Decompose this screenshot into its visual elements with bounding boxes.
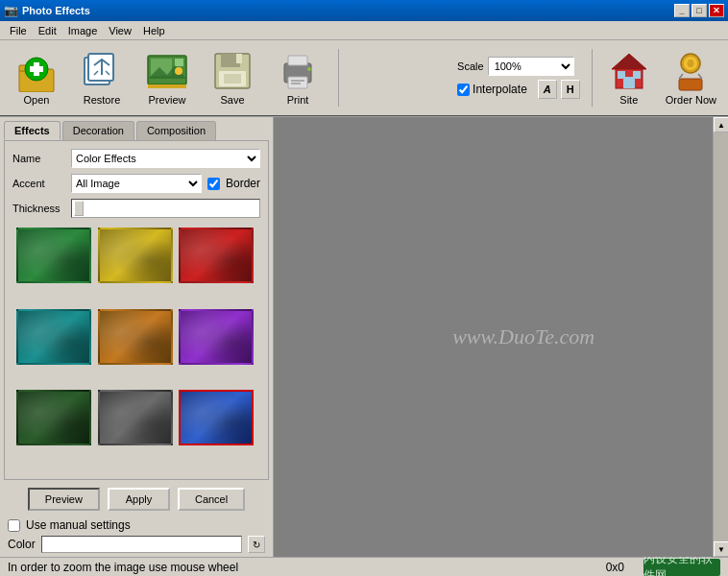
open-button[interactable]: Open	[8, 46, 65, 109]
menu-file[interactable]: File	[4, 23, 33, 38]
menu-bar: File Edit Image View Help	[0, 21, 728, 40]
svg-rect-4	[30, 66, 43, 72]
svg-line-33	[698, 74, 702, 79]
ab-buttons: A H	[538, 80, 580, 99]
scale-select[interactable]: 100% 50% 200% Fit	[488, 57, 574, 76]
svg-rect-17	[224, 74, 241, 84]
interpolate-label: Interpolate	[473, 83, 527, 96]
menu-view[interactable]: View	[103, 23, 137, 38]
status-bar: In order to zoom the image use mouse whe…	[0, 557, 728, 576]
accent-select[interactable]: All Image	[71, 174, 202, 193]
left-panel: Effects Decoration Composition Name Colo…	[0, 117, 274, 557]
menu-help[interactable]: Help	[137, 23, 171, 38]
svg-rect-27	[618, 71, 625, 79]
name-select[interactable]: Color Effects	[71, 149, 260, 168]
save-label: Save	[220, 94, 244, 106]
name-label: Name	[12, 153, 65, 164]
scale-row: Scale 100% 50% 200% Fit	[457, 57, 580, 76]
watermark-badge: 内设安全的软件网	[643, 559, 720, 576]
a-button[interactable]: A	[538, 80, 557, 99]
status-coords: 0x0	[606, 561, 624, 574]
save-button[interactable]: Save	[204, 46, 261, 109]
interpolate-checkbox[interactable]	[457, 84, 470, 96]
thumb-orange[interactable]	[98, 309, 173, 365]
thumbnails-grid	[12, 224, 260, 471]
maximize-button[interactable]: □	[692, 4, 707, 17]
restore-icon	[81, 50, 123, 92]
watermark: www.DuoTe.com	[452, 324, 595, 349]
status-right: 0x0 内设安全的软件网	[606, 559, 720, 576]
border-label: Border	[226, 177, 260, 190]
border-checkbox[interactable]	[207, 178, 220, 190]
manual-checkbox[interactable]	[8, 519, 20, 532]
print-label: Print	[287, 94, 309, 106]
thumb-yellow[interactable]	[98, 228, 173, 283]
site-button[interactable]: Site	[604, 46, 654, 109]
svg-rect-15	[236, 54, 242, 63]
restore-button[interactable]: Restore	[73, 46, 131, 109]
print-icon	[277, 50, 319, 92]
site-label: Site	[619, 94, 638, 106]
svg-rect-10	[175, 59, 183, 66]
accent-label: Accent	[12, 178, 65, 189]
panel-buttons: Preview Apply Cancel	[0, 480, 273, 518]
thumb-green[interactable]	[16, 228, 91, 283]
scrollbar-right: ▲ ▼	[713, 117, 728, 557]
svg-rect-28	[633, 71, 641, 79]
manual-label: Use manual settings	[26, 518, 131, 532]
svg-marker-25	[612, 54, 646, 69]
name-row: Name Color Effects	[12, 149, 260, 168]
order-button[interactable]: Order Now	[662, 46, 720, 109]
tab-effects[interactable]: Effects	[4, 121, 61, 140]
save-icon	[211, 50, 254, 92]
color-label: Color	[8, 538, 36, 551]
h-button[interactable]: H	[561, 80, 580, 99]
menu-image[interactable]: Image	[62, 23, 104, 38]
window-title: Photo Effects	[22, 5, 674, 16]
thumb-darkgreen[interactable]	[16, 390, 91, 445]
order-label: Order Now	[666, 94, 716, 106]
tabs: Effects Decoration Composition	[0, 117, 273, 140]
toolbar: Open Restore Preview	[0, 40, 728, 117]
thickness-slider[interactable]	[71, 199, 260, 218]
svg-point-23	[307, 67, 311, 71]
color-box[interactable]	[41, 536, 242, 553]
close-button[interactable]: ✕	[709, 4, 724, 17]
accent-row: Accent All Image Border	[12, 174, 260, 193]
slider-thumb[interactable]	[74, 201, 84, 216]
tab-composition[interactable]: Composition	[136, 121, 216, 140]
svg-rect-31	[679, 79, 702, 90]
status-message: In order to zoom the image use mouse whe…	[8, 561, 238, 574]
refresh-button[interactable]: ↻	[248, 536, 265, 553]
menu-edit[interactable]: Edit	[33, 23, 62, 38]
preview-toolbar-button[interactable]: Preview	[138, 46, 196, 109]
title-bar: 📷 Photo Effects _ □ ✕	[0, 0, 728, 21]
tab-decoration[interactable]: Decoration	[62, 121, 134, 140]
toolbar-sep-2	[592, 49, 593, 107]
svg-line-32	[679, 74, 683, 79]
minimize-button[interactable]: _	[674, 4, 690, 17]
preview-panel-button[interactable]: Preview	[28, 488, 100, 511]
scroll-track[interactable]	[714, 132, 728, 541]
open-icon	[15, 50, 58, 92]
thickness-row: Thickness	[12, 199, 260, 218]
thumb-blue[interactable]	[179, 390, 254, 445]
scroll-down-arrow[interactable]: ▼	[714, 541, 728, 557]
window-controls: _ □ ✕	[674, 4, 724, 17]
thumb-teal[interactable]	[16, 309, 91, 365]
cancel-button[interactable]: Cancel	[178, 488, 245, 511]
color-row: Color ↻	[0, 536, 273, 557]
thumb-red[interactable]	[179, 228, 254, 283]
svg-point-11	[175, 67, 182, 75]
scroll-up-arrow[interactable]: ▲	[714, 117, 728, 132]
thumb-gray[interactable]	[98, 390, 173, 445]
print-button[interactable]: Print	[269, 46, 327, 109]
svg-rect-19	[288, 56, 307, 65]
scale-area: Scale 100% 50% 200% Fit Interpolate A H	[457, 57, 580, 99]
thickness-label: Thickness	[12, 203, 65, 214]
thumb-purple[interactable]	[179, 309, 254, 365]
preview-label: Preview	[148, 94, 185, 106]
toolbar-sep-1	[338, 49, 339, 107]
scale-label: Scale	[457, 60, 484, 72]
apply-button[interactable]: Apply	[108, 488, 170, 511]
